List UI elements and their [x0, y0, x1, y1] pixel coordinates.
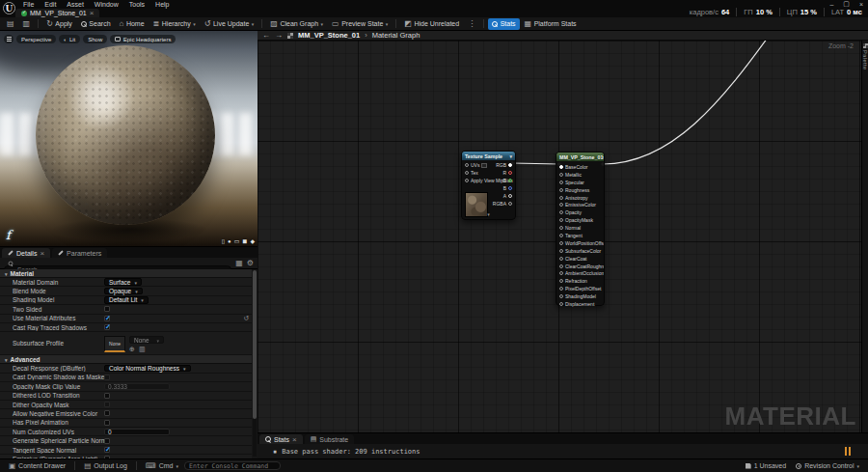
input-pin[interactable] — [559, 226, 563, 230]
allow-negative-emissive-color-checkbox[interactable] — [104, 410, 110, 416]
dithered-lod-transition-checkbox[interactable] — [104, 393, 110, 399]
texture-thumbnail[interactable] — [465, 192, 488, 217]
display-filter-icon[interactable]: ▦ — [235, 260, 243, 267]
cast-ray-traced-shadows-checkbox[interactable] — [104, 324, 110, 330]
unsaved-button[interactable]: 1 Unsaved — [742, 460, 790, 472]
tab-stats[interactable]: Stats — [259, 434, 303, 444]
toolbar-home-button[interactable]: ⌂Home — [116, 18, 149, 30]
input-pin[interactable] — [559, 173, 563, 177]
section-header-advanced[interactable]: Advanced — [0, 355, 252, 364]
collapse-icon[interactable] — [603, 154, 604, 160]
output-log-button[interactable]: ▤ Output Log — [80, 460, 131, 472]
output-pin[interactable] — [508, 186, 512, 190]
input-pin[interactable] — [465, 179, 469, 182]
asset-tab[interactable]: MM_VP_Stone_01 — [15, 9, 99, 17]
viewport-perspective-button[interactable]: Perspective — [16, 35, 56, 43]
menu-edit[interactable]: Edit — [44, 1, 56, 8]
toolbar-save-button[interactable]: ▤ — [3, 18, 18, 30]
menu-window[interactable]: Window — [95, 1, 119, 8]
input-pin[interactable] — [559, 287, 563, 291]
tab-parameters[interactable]: Parameters — [52, 248, 107, 258]
material-result-node[interactable]: MM_VP_Stone_01 BaseColorMetallicSpecular… — [556, 152, 605, 306]
input-pin[interactable] — [559, 218, 563, 222]
breadcrumb-asset[interactable]: MM_VP_Stone_01 — [298, 31, 360, 40]
input-pin[interactable] — [559, 271, 563, 275]
collapse-icon[interactable] — [509, 153, 512, 159]
menu-help[interactable]: Help — [155, 1, 169, 8]
more-options-button[interactable] — [464, 18, 479, 30]
back-arrow-icon[interactable] — [262, 32, 270, 40]
toolbar-hierarchy-button[interactable]: ≣Hierarchy — [149, 18, 200, 30]
console-command-input[interactable] — [184, 461, 281, 470]
palette-tab[interactable]: Palette — [861, 41, 868, 432]
input-pin[interactable] — [559, 234, 563, 237]
details-scrollbar[interactable] — [253, 270, 257, 457]
preview-shape-cylinder-icon[interactable]: ▯ — [222, 237, 225, 244]
input-pin[interactable] — [559, 180, 563, 184]
has-pixel-animation-checkbox[interactable] — [104, 420, 110, 426]
input-pin[interactable] — [559, 302, 563, 306]
input-pin[interactable] — [559, 257, 563, 261]
cast-dynamic-shadow-as-masked-checkbox[interactable] — [104, 375, 110, 380]
tangent-space-normal-checkbox[interactable] — [104, 447, 110, 453]
subsurface-profile-dropdown[interactable]: None — [129, 336, 164, 344]
unreal-logo-icon[interactable]: U — [3, 2, 15, 14]
material-preview-viewport[interactable]: Perspective◐LitShowEpic Headquarters ▯●▭… — [0, 31, 258, 246]
asset-thumbnail[interactable]: None — [104, 336, 125, 352]
toolbar-apply-button[interactable]: ↻Apply — [42, 18, 76, 30]
decal-response-dbuffer-dropdown[interactable]: Color Normal Roughness — [104, 365, 191, 373]
toolbar-browse-button[interactable]: ▥ — [19, 18, 35, 30]
content-drawer-button[interactable]: ▣ Content Drawer — [5, 460, 69, 472]
preview-shape-custom-mesh-icon[interactable]: ◆ — [250, 237, 255, 244]
input-pin[interactable] — [559, 249, 563, 253]
revision-control-button[interactable]: Revision Control — [792, 460, 863, 472]
toolbar-live-update-button[interactable]: ↺Live Update — [201, 18, 258, 30]
texture-sample-node[interactable]: Texture Sample UVsTexApply View MipBias … — [461, 151, 516, 220]
toolbar-search-button[interactable]: Search — [77, 18, 115, 30]
section-header-material[interactable]: Material — [0, 269, 252, 278]
input-pin[interactable] — [559, 188, 563, 192]
generate-spherical-particle-normals-checkbox[interactable] — [104, 438, 110, 444]
menu-asset[interactable]: Asset — [67, 1, 84, 8]
output-pin[interactable] — [508, 171, 512, 175]
output-pin[interactable] — [508, 163, 512, 167]
input-pin[interactable] — [559, 203, 563, 207]
breadcrumb-page[interactable]: Material Graph — [372, 31, 420, 40]
num-customized-uvs-field[interactable]: 0 — [104, 429, 170, 436]
browse-asset-icon[interactable]: ▥ — [139, 346, 146, 352]
toolbar-platform-stats-button[interactable]: ▦Platform Stats — [521, 18, 581, 30]
input-pin[interactable] — [559, 210, 563, 214]
tab-details[interactable]: Details — [2, 248, 50, 258]
material-domain-dropdown[interactable]: Surface — [104, 278, 142, 286]
two-sided-checkbox[interactable] — [104, 306, 110, 312]
cmd-selector[interactable]: ⌨ Cmd — [142, 460, 182, 472]
dither-opacity-mask-checkbox[interactable] — [104, 402, 110, 407]
close-tab-icon[interactable] — [40, 249, 44, 258]
close-tab-icon[interactable] — [90, 9, 95, 17]
input-pin[interactable] — [559, 165, 563, 169]
preview-shape-cube-icon[interactable]: ◼ — [242, 237, 247, 244]
scrollbar-thumb[interactable] — [253, 270, 257, 419]
toolbar-preview-state-button[interactable]: ▭Preview State — [328, 18, 392, 30]
input-pin[interactable] — [559, 241, 563, 245]
close-tab-icon[interactable] — [292, 435, 297, 444]
forward-arrow-icon[interactable] — [275, 32, 283, 40]
input-pin[interactable] — [465, 163, 469, 167]
use-material-attributes-checkbox[interactable] — [104, 316, 110, 321]
blend-mode-dropdown[interactable]: Opaque — [104, 288, 143, 295]
input-pin[interactable] — [559, 294, 563, 298]
toolbar-hide-unrelated-button[interactable]: ◩Hide Unrelated — [400, 18, 463, 30]
opacity-mask-clip-value-field[interactable]: 0.3333 — [104, 383, 170, 391]
settings-gear-icon[interactable]: ⚙ — [247, 260, 254, 267]
input-pin[interactable] — [559, 196, 563, 200]
shading-model-dropdown[interactable]: Default Lit — [104, 296, 149, 304]
toolbar-clean-graph-button[interactable]: ▨Clean Graph — [266, 18, 327, 30]
viewport-epic-headquarters-button[interactable]: Epic Headquarters — [110, 35, 176, 43]
input-pin[interactable] — [559, 279, 563, 283]
preview-shape-plane-icon[interactable]: ▭ — [234, 237, 240, 244]
menu-file[interactable]: File — [23, 1, 34, 8]
preview-shape-sphere-icon[interactable]: ● — [228, 238, 231, 244]
output-pin[interactable] — [508, 202, 512, 206]
graph-canvas[interactable]: Texture Sample UVsTexApply View MipBias … — [258, 41, 861, 432]
tab-substrate[interactable]: ▤Substrate — [305, 434, 355, 444]
